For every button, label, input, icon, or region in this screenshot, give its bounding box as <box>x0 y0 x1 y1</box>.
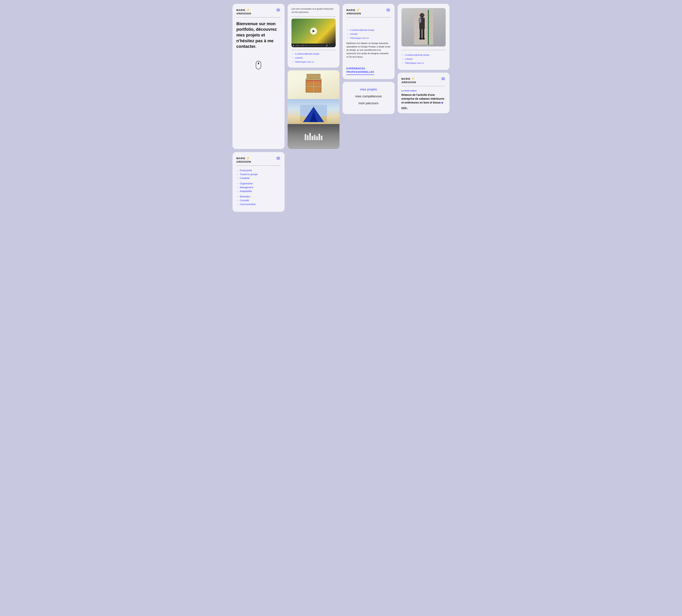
nav-links-group3: → Motivation → Curiosité → Communication <box>236 195 281 206</box>
menu-line1 <box>441 77 445 78</box>
cv-link-col4[interactable]: → Téléchargez mon cv <box>402 62 446 64</box>
project-info: La tente islaise Relance de l'activité d… <box>402 90 446 109</box>
experiences-title: EXPÉRIENCESPROFESSIONNELLES <box>346 67 374 75</box>
menu-line2 <box>387 10 390 10</box>
project-images-card <box>288 70 340 149</box>
tent-svg <box>300 105 327 124</box>
menu-line2 <box>441 78 445 79</box>
arrow-icon: → <box>236 177 238 180</box>
nav-projects[interactable]: mes projets <box>346 88 391 91</box>
brand-name: MARIE⚡ ARDISSON <box>236 8 251 15</box>
menu-line3 <box>276 11 280 11</box>
nav-productivite[interactable]: → Productivité <box>236 169 281 172</box>
fullscreen-icon[interactable]: ⛶ <box>329 44 331 46</box>
svg-rect-1 <box>306 79 321 81</box>
svg-rect-5 <box>314 87 321 92</box>
svg-rect-33 <box>420 29 422 39</box>
nav-links-group1: → Productivité → Travail en groupe → Cré… <box>236 169 281 180</box>
nav-management[interactable]: → Management <box>236 186 281 189</box>
video-player: ▶ 0:00 / 1:38 🔊 ⛶ ⋮ <box>292 19 336 47</box>
arrow-icon: → <box>402 58 404 60</box>
arrow-icon: → <box>402 53 404 56</box>
profile-spacer <box>346 21 391 29</box>
menu-line1 <box>276 157 280 157</box>
nav-links-group2: → Organisation → Management → Adaptabili… <box>236 182 281 192</box>
volume-icon[interactable]: 🔊 <box>326 44 328 46</box>
project-label: La tente islaise <box>402 90 446 92</box>
brand-divider <box>236 17 281 18</box>
arrow-icon: → <box>292 52 294 55</box>
menu-line2 <box>276 10 280 10</box>
menu-line3 <box>441 79 445 80</box>
arrow-icon: → <box>236 195 238 198</box>
nav-adaptabilite[interactable]: → Adaptabilité <box>236 190 281 192</box>
cv-link[interactable]: → Téléchargez mon cv <box>292 61 336 63</box>
svg-rect-31 <box>418 18 421 23</box>
brand-header-col3: MARIE⚡ ARDISSON <box>346 8 391 15</box>
date-label: DATE : <box>402 107 446 109</box>
nav-travail[interactable]: → Travail en groupe <box>236 173 281 176</box>
arrow-icon: → <box>236 186 238 189</box>
svg-point-8 <box>312 75 312 76</box>
project-desc-card: MARIE⚡ ARDISSON La tente islaise Relance… <box>397 73 450 113</box>
brand-name-col4: MARIE⚡ ARDISSON <box>402 77 416 84</box>
nav-group1: → Productivité → Travail en groupe → Cré… <box>236 169 281 180</box>
menu-line2 <box>276 158 280 158</box>
chess-pieces <box>305 133 322 140</box>
col2-row1: suivi des commandes et la gestion financ… <box>288 4 340 149</box>
play-icon[interactable]: ▶ <box>293 44 295 46</box>
nav-communication[interactable]: → Communication <box>236 203 281 206</box>
menu-button-col4[interactable] <box>441 77 446 81</box>
arrow-icon: → <box>236 169 238 172</box>
brand-name-nav: MARIE⚡ ARDISSON <box>236 156 251 164</box>
linkedin-link-col4[interactable]: → Linkedin <box>402 58 446 60</box>
chess-image <box>288 124 340 149</box>
svg-point-9 <box>314 75 315 76</box>
svg-point-35 <box>419 38 422 40</box>
nav-organisation[interactable]: → Organisation <box>236 182 281 185</box>
nav-curiosite[interactable]: → Curiosité <box>236 199 281 202</box>
arrow-icon: → <box>292 56 294 59</box>
tent-image <box>288 99 340 124</box>
progress-bar[interactable] <box>305 45 324 46</box>
person-svg <box>414 10 433 45</box>
email-link-col3[interactable]: → m.ardisson@strate.design <box>346 29 391 31</box>
nav-skills-card: MARIE⚡ ARDISSON → Productivité → Travail… <box>232 152 285 212</box>
arrow-icon: → <box>236 199 238 202</box>
svg-rect-3 <box>314 81 321 86</box>
menu-button-col3[interactable] <box>386 8 391 12</box>
arrow-icon: → <box>346 37 349 39</box>
arrow-icon: → <box>236 190 238 192</box>
nav-parcours[interactable]: mon parcours <box>346 101 391 105</box>
menu-line3 <box>387 11 390 11</box>
svg-rect-34 <box>423 29 424 39</box>
menu-button-nav[interactable] <box>276 156 281 160</box>
mouse-icon <box>256 61 261 69</box>
nav-group3: → Motivation → Curiosité → Communication <box>236 195 281 206</box>
nav-creativite[interactable]: → Créativité <box>236 177 281 180</box>
email-link[interactable]: → m.ardisson@strate.design <box>292 52 336 55</box>
partial-text-card: suivi des commandes et la gestion financ… <box>288 4 340 68</box>
menu-line1 <box>276 9 280 9</box>
partial-text: suivi des commandes et la gestion financ… <box>292 7 336 14</box>
cv-link-col3[interactable]: → Téléchargez mon cv <box>346 37 391 39</box>
linkedin-link[interactable]: → Linkedin <box>292 56 336 59</box>
play-button[interactable] <box>310 28 317 35</box>
projects-nav-card: mes projets mes compétences mon parcours <box>343 82 394 114</box>
arrow-icon: → <box>292 61 294 63</box>
video-thumbnail <box>292 19 336 44</box>
brand-icon-col4: ⚡ <box>411 77 415 80</box>
arrow-icon: → <box>346 29 349 31</box>
brand-header-nav: MARIE⚡ ARDISSON <box>236 156 281 164</box>
menu-button[interactable] <box>276 8 281 12</box>
brand-header-col4: MARIE⚡ ARDISSON <box>402 77 446 84</box>
photo-card: → m.ardisson@strate.design → Linkedin → … <box>397 4 450 70</box>
more-icon[interactable]: ⋮ <box>332 44 334 46</box>
video-controls: ▶ 0:00 / 1:38 🔊 ⛶ ⋮ <box>292 44 336 47</box>
nav-skills[interactable]: mes compétences <box>346 94 391 98</box>
nav-motivation[interactable]: → Motivation <box>236 195 281 198</box>
linkedin-link-col3[interactable]: → Linkedin <box>346 32 391 35</box>
menu-line3 <box>276 159 280 159</box>
email-link-col4[interactable]: → m.ardisson@strate.design <box>402 53 446 56</box>
col4-row1: → m.ardisson@strate.design → Linkedin → … <box>397 4 450 149</box>
